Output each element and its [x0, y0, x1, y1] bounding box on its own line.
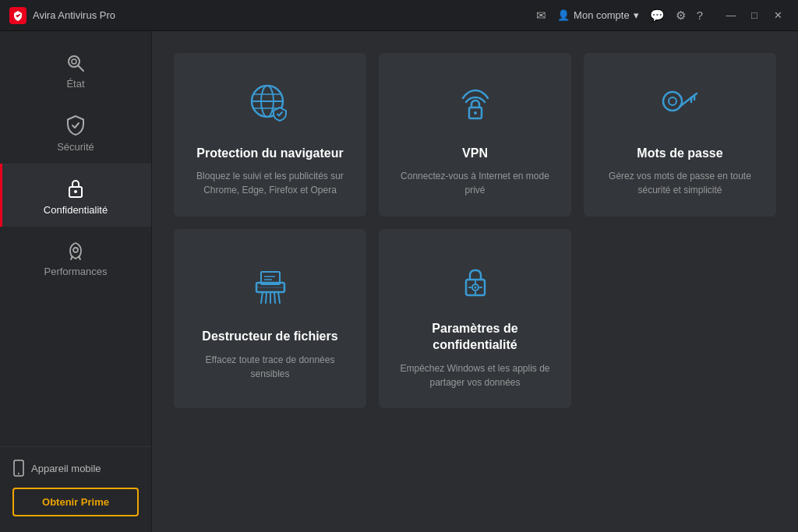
svg-point-7 — [18, 473, 19, 474]
svg-point-5 — [73, 248, 78, 252]
card-file-shredder-desc: Effacez toute trace de données sensibles — [189, 353, 351, 381]
cards-grid: Protection du navigateur Bloquez le suiv… — [174, 53, 776, 408]
mobile-icon — [12, 460, 25, 477]
mobile-device-item[interactable]: Appareil mobile — [12, 460, 139, 477]
svg-line-27 — [274, 292, 275, 303]
key-icon — [653, 77, 708, 132]
title-bar-right: ✉ 👤 Mon compte ▾ 💬 ⚙ ? — □ ✕ — [536, 5, 789, 26]
minimize-button[interactable]: — — [720, 5, 742, 26]
settings-icon[interactable]: ⚙ — [676, 9, 686, 23]
sidebar-item-performances[interactable]: Performances — [0, 227, 151, 288]
card-browser-protection[interactable]: Protection du navigateur Bloquez le suiv… — [174, 53, 366, 217]
svg-point-16 — [669, 97, 676, 105]
svg-line-28 — [278, 292, 280, 303]
sidebar-item-etat[interactable]: État — [0, 39, 151, 100]
sidebar-item-securite-label: Sécurité — [57, 141, 94, 153]
shredder-icon — [243, 260, 298, 315]
sidebar-item-confidentialite-label: Confidentialité — [44, 204, 108, 216]
card-privacy-settings-title: Paramètres de confidentialité — [394, 321, 556, 354]
feedback-icon[interactable]: 💬 — [650, 9, 665, 23]
prime-button[interactable]: Obtenir Prime — [12, 488, 139, 516]
privacy-lock-gear-icon — [448, 252, 503, 307]
card-browser-protection-title: Protection du navigateur — [196, 146, 343, 162]
search-magnify-icon — [65, 53, 86, 73]
card-vpn-title: VPN — [462, 146, 488, 162]
card-passwords-desc: Gérez vos mots de passe en toute sécurit… — [599, 169, 761, 197]
card-privacy-settings[interactable]: Paramètres de confidentialité Empêchez W… — [379, 229, 571, 408]
mobile-label: Appareil mobile — [31, 463, 101, 474]
card-passwords[interactable]: Mots de passe Gérez vos mots de passe en… — [584, 53, 776, 217]
main-layout: État Sécurité Confidentialité — [0, 31, 798, 532]
shield-icon — [65, 115, 86, 136]
app-title: Avira Antivirus Pro — [33, 9, 115, 21]
card-vpn-desc: Connectez-vous à Internet en mode privé — [394, 169, 556, 197]
svg-line-1 — [78, 65, 83, 71]
mail-icon[interactable]: ✉ — [536, 9, 546, 23]
window-controls: — □ ✕ — [720, 5, 789, 26]
lock-icon — [67, 178, 84, 199]
app-logo — [9, 7, 26, 24]
content-area: Protection du navigateur Bloquez le suiv… — [152, 31, 798, 532]
sidebar-item-etat-label: État — [66, 78, 84, 90]
card-vpn[interactable]: VPN Connectez-vous à Internet en mode pr… — [379, 53, 571, 217]
card-file-shredder[interactable]: Destructeur de fichiers Effacez toute tr… — [174, 229, 366, 408]
card-passwords-title: Mots de passe — [637, 146, 722, 162]
help-icon[interactable]: ? — [697, 9, 703, 22]
svg-point-4 — [74, 190, 77, 193]
globe-shield-icon — [243, 77, 298, 132]
svg-line-25 — [266, 292, 267, 303]
title-bar-left: Avira Antivirus Pro — [9, 7, 115, 24]
vpn-lock-wifi-icon — [448, 77, 503, 132]
sidebar-bottom: Appareil mobile Obtenir Prime — [0, 446, 151, 532]
account-button[interactable]: 👤 Mon compte ▾ — [557, 9, 639, 21]
sidebar-item-securite[interactable]: Sécurité — [0, 100, 151, 164]
sidebar-item-confidentialite[interactable]: Confidentialité — [0, 164, 151, 227]
svg-point-14 — [474, 111, 477, 115]
title-bar: Avira Antivirus Pro ✉ 👤 Mon compte ▾ 💬 ⚙… — [0, 0, 798, 31]
sidebar: État Sécurité Confidentialité — [0, 31, 152, 532]
card-privacy-settings-desc: Empêchez Windows et les applis de partag… — [394, 361, 556, 389]
svg-point-2 — [72, 59, 76, 64]
sidebar-item-performances-label: Performances — [44, 266, 108, 277]
account-icon: 👤 — [557, 9, 570, 21]
rocket-icon — [65, 241, 86, 261]
svg-point-15 — [663, 92, 682, 111]
card-browser-protection-desc: Bloquez le suivi et les publicités sur C… — [189, 169, 351, 197]
svg-line-24 — [261, 292, 263, 303]
svg-point-32 — [474, 287, 476, 289]
maximize-button[interactable]: □ — [743, 5, 765, 26]
close-button[interactable]: ✕ — [767, 5, 789, 26]
card-file-shredder-title: Destructeur de fichiers — [202, 329, 337, 345]
